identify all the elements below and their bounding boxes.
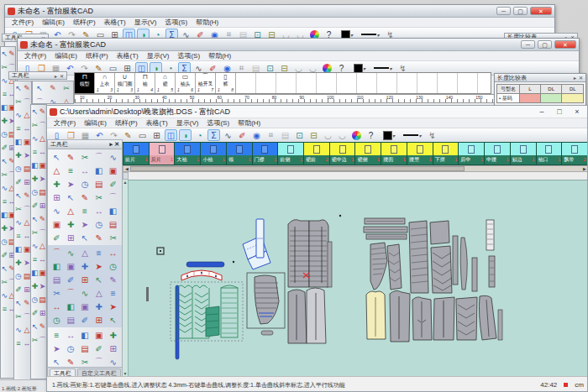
window2-left-toolbar[interactable]: ↖✎✂⌒∿△≡↔◧▣✚➤◷▤✐⊞↖✎✂⌒∿△≡↔◧▣✚➤◷▤✐⊞↖✎✂⌒∿△≡↔ — [13, 81, 32, 383]
tool-icon[interactable]: ▤ — [64, 313, 78, 327]
ruler-strip-pieces[interactable] — [486, 220, 495, 287]
scroll-up-icon[interactable]: ▲ — [123, 180, 128, 185]
tool-icon[interactable]: ⌒ — [92, 355, 106, 367]
tool-icon[interactable]: ✎ — [23, 81, 31, 95]
tool-icon[interactable]: ⌒ — [39, 333, 46, 347]
scroll-thumb[interactable] — [130, 166, 465, 171]
pattern-cell-腰面[interactable]: 腰面1 — [381, 143, 407, 165]
tool-icon[interactable]: ∿ — [14, 216, 23, 229]
adjust-icon[interactable]: ∿ — [222, 129, 234, 141]
menu-item-1[interactable]: 编辑(E) — [55, 51, 77, 60]
tool-icon[interactable]: ⌒ — [106, 191, 120, 204]
tool-icon[interactable]: ↖ — [1, 154, 8, 168]
maximize-button[interactable]: ▢ — [538, 40, 552, 49]
tool-icon[interactable]: ↔ — [106, 246, 120, 259]
tool-icon[interactable]: ◷ — [1, 235, 8, 248]
tool-icon[interactable]: ✎ — [8, 47, 16, 60]
tool-icon[interactable]: ◧ — [14, 135, 23, 149]
length-table-cell[interactable] — [540, 94, 562, 103]
tool-icon[interactable]: ↖ — [50, 355, 64, 367]
blue-outline-pieces[interactable] — [243, 219, 270, 269]
pattern-cell-大袖[interactable]: 大袖1 — [175, 143, 201, 165]
pattern-cell-后片[interactable]: 后片1 — [150, 143, 176, 165]
yellow-piece[interactable] — [366, 291, 386, 339]
tool-icon[interactable]: ✂ — [31, 226, 39, 239]
tool-icon[interactable]: ≡ — [106, 286, 120, 300]
tool-icon[interactable]: ✂ — [14, 202, 23, 216]
menu-item-3[interactable]: 表格(T) — [117, 51, 139, 60]
cup-a-icon[interactable]: ◡ — [322, 129, 334, 141]
tool-icon[interactable]: ➤ — [64, 177, 78, 191]
tool-icon[interactable]: ◧ — [106, 204, 120, 217]
main-titlebar[interactable]: C:\Users\admin\Desktop\晚装旗袍.DGS - 富怡CAD … — [47, 106, 587, 118]
tool-icon[interactable]: ▤ — [92, 177, 106, 191]
tool-icon[interactable]: △ — [39, 132, 46, 145]
tool-icon[interactable]: ↖ — [1, 47, 8, 60]
tool-icon[interactable]: ✂ — [31, 118, 39, 132]
tool-icon[interactable]: ◧ — [14, 243, 23, 256]
pattern-cell-中腰[interactable]: 中腰1 — [485, 143, 511, 165]
tool-icon[interactable]: ⊞ — [50, 191, 64, 204]
tool-icon[interactable]: ▣ — [50, 217, 64, 231]
minimize-button[interactable]: ─ — [521, 40, 535, 49]
pattern-cell-门襟[interactable]: 门襟1 — [253, 143, 279, 165]
sleeve-pieces[interactable] — [370, 243, 402, 290]
menu-item-0[interactable]: 文件(F) — [54, 118, 76, 128]
tool-icon[interactable]: ↔ — [39, 253, 46, 266]
tool-icon[interactable]: ≡ — [14, 122, 23, 135]
tool-icon[interactable]: ◷ — [92, 217, 106, 231]
bodice-front-pieces[interactable] — [288, 220, 328, 287]
tool-icon[interactable]: ✎ — [39, 105, 46, 118]
tool-icon[interactable]: ✂ — [1, 60, 8, 74]
waistband-pieces[interactable] — [364, 218, 407, 239]
tool-icon[interactable]: ▣ — [92, 328, 106, 342]
menu-item-4[interactable]: 显示(V) — [147, 51, 170, 60]
tool-icon[interactable]: ✚ — [31, 172, 39, 186]
tool-icon[interactable]: ▤ — [39, 186, 46, 199]
tool-icon[interactable]: △ — [60, 95, 73, 104]
length-table-cell[interactable]: • 基码 — [497, 94, 520, 103]
pattern-cell-下摆[interactable]: 下摆1 — [433, 143, 459, 165]
tool-icon[interactable]: ➤ — [39, 280, 46, 293]
menu-item-3[interactable]: 表格(T) — [104, 18, 126, 27]
tool-icon[interactable]: ✚ — [1, 114, 8, 128]
tool-icon[interactable]: ⊞ — [92, 313, 106, 327]
tool-icon[interactable]: ✂ — [78, 355, 92, 367]
tool-icon[interactable]: ✚ — [1, 222, 8, 235]
close-icon[interactable]: ✕ — [114, 141, 119, 148]
tool-icon[interactable]: ✐ — [1, 248, 8, 262]
menu-item-0[interactable]: 文件(F) — [12, 18, 34, 27]
pattern-cell-袖口[interactable]: 袖口1 — [537, 143, 563, 165]
tool-icon[interactable]: ◧ — [31, 159, 39, 172]
fill-piece-icon[interactable]: ◑ — [179, 129, 192, 141]
tool-icon[interactable]: ⌒ — [92, 150, 106, 164]
help-icon[interactable]: ? — [365, 129, 377, 141]
tool-icon[interactable]: ✚ — [50, 177, 64, 191]
tool-icon[interactable]: ✂ — [1, 275, 8, 289]
close-button[interactable]: × — [570, 107, 585, 116]
tool-icon[interactable]: ➤ — [50, 342, 64, 355]
tool-icon[interactable]: ◧ — [50, 259, 64, 273]
tool-icon[interactable]: ▣ — [39, 159, 46, 172]
seam-frame-icon[interactable]: ▭ — [136, 129, 149, 141]
tool-icon[interactable]: ⌒ — [39, 226, 46, 239]
tool-icon[interactable]: ◷ — [14, 162, 23, 175]
tool-icon[interactable]: ◷ — [50, 313, 64, 327]
menu-item-2[interactable]: 纸样(P) — [115, 118, 138, 128]
tool-icon[interactable]: ◷ — [1, 128, 8, 141]
tool-icon[interactable]: ◧ — [1, 208, 8, 222]
tool-icon[interactable]: ◷ — [31, 293, 39, 306]
tool-icon[interactable]: ≡ — [78, 204, 92, 217]
template-cell-裙[interactable]: ⌂裙15 — [155, 73, 176, 93]
tool-icon[interactable]: ✎ — [92, 231, 106, 244]
tool-icon[interactable]: ➤ — [92, 259, 106, 273]
close-button[interactable]: ✕ — [530, 7, 552, 15]
color-wheel-icon[interactable] — [350, 129, 363, 141]
window2-titlebar[interactable]: 未命名 - 富怡服装CAD ─ ▢ ✕ — [18, 39, 579, 51]
tool-icon[interactable]: ✂ — [60, 81, 73, 95]
template-cell-裤[interactable]: ▯裤18 — [216, 73, 236, 93]
tool-icon[interactable]: ◧ — [78, 328, 92, 342]
menu-item-3[interactable]: 表格(T) — [146, 118, 168, 128]
tool-icon[interactable]: ◧ — [64, 300, 78, 313]
tool-icon[interactable]: ✂ — [92, 191, 106, 204]
